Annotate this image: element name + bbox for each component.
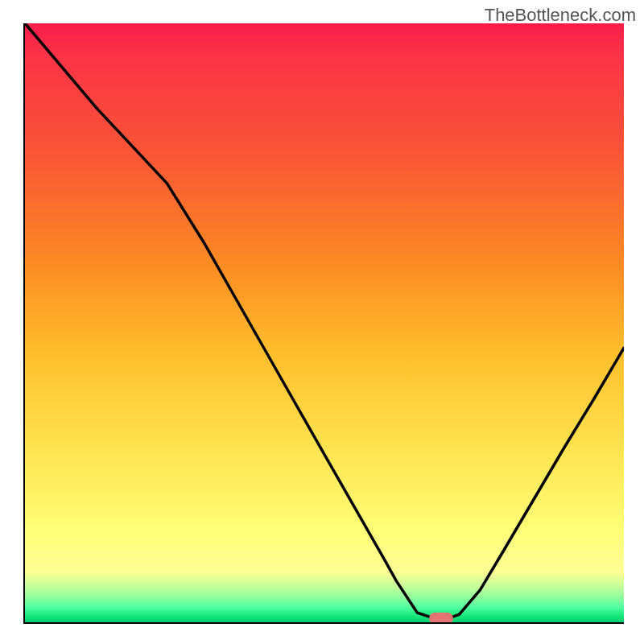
plot-area: [23, 23, 624, 624]
curve-svg: [25, 23, 624, 622]
curve-line: [25, 23, 624, 618]
low-point-marker: [429, 613, 453, 624]
chart-container: TheBottleneck.com: [0, 0, 644, 644]
watermark-text: TheBottleneck.com: [485, 5, 636, 26]
